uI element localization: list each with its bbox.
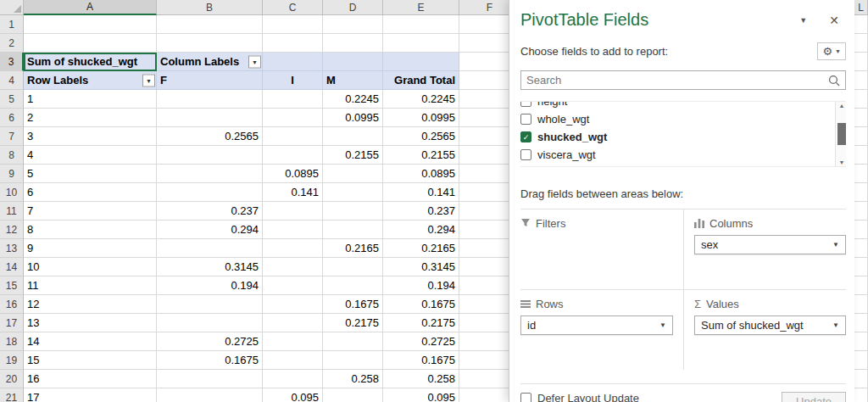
cell[interactable]: [323, 221, 383, 239]
defer-checkbox[interactable]: [520, 393, 531, 402]
cell[interactable]: [323, 332, 383, 351]
cell[interactable]: [24, 15, 157, 34]
close-icon[interactable]: ✕: [829, 14, 839, 27]
cell[interactable]: [157, 15, 263, 34]
cell[interactable]: 0.1675: [383, 351, 459, 370]
cell[interactable]: 0.258: [383, 370, 459, 388]
cell[interactable]: 0.237: [383, 202, 459, 221]
cell[interactable]: 0.1675: [157, 351, 263, 370]
column-labels-filter-button[interactable]: ▼: [248, 55, 261, 68]
cell[interactable]: 12: [24, 295, 157, 314]
cell[interactable]: [263, 239, 323, 258]
cell[interactable]: 0.2565: [383, 127, 459, 146]
cell[interactable]: [854, 146, 868, 165]
cell[interactable]: [157, 165, 263, 183]
cell[interactable]: 10: [24, 258, 157, 276]
cell[interactable]: [157, 183, 263, 202]
cell[interactable]: 2: [24, 109, 157, 127]
update-button[interactable]: Update: [782, 392, 846, 402]
row-header-6[interactable]: 6: [0, 109, 24, 127]
field-checkbox[interactable]: [520, 114, 531, 125]
cell[interactable]: 0.0895: [263, 165, 323, 183]
cell[interactable]: 0.2725: [157, 332, 263, 351]
cell[interactable]: [854, 370, 868, 388]
cell[interactable]: 5: [24, 165, 157, 183]
field-checkbox[interactable]: ✓: [520, 131, 531, 142]
cell[interactable]: Column Labels▼: [157, 53, 263, 71]
field-item-height[interactable]: height: [520, 101, 829, 110]
cell[interactable]: 0.258: [323, 370, 383, 388]
cell[interactable]: [383, 53, 459, 71]
cell[interactable]: 15: [24, 351, 157, 370]
row-header-15[interactable]: 15: [0, 276, 24, 295]
row-header-7[interactable]: 7: [0, 127, 24, 146]
cell[interactable]: [263, 221, 323, 239]
row-header-21[interactable]: 21: [0, 388, 24, 402]
cell[interactable]: [383, 15, 459, 34]
field-item-shucked_wgt[interactable]: ✓shucked_wgt: [520, 128, 829, 146]
field-list-scrollbar[interactable]: ▲ ▼: [835, 102, 846, 166]
cell[interactable]: [263, 276, 323, 295]
search-input[interactable]: [526, 74, 828, 87]
defer-layout-update[interactable]: Defer Layout Update: [520, 392, 639, 402]
rows-field-id[interactable]: id ▼: [520, 315, 673, 335]
cell[interactable]: 0.0895: [383, 165, 459, 183]
cell[interactable]: 0.237: [157, 202, 263, 221]
scroll-up-icon[interactable]: ▲: [839, 103, 845, 109]
cell[interactable]: [854, 351, 868, 370]
cell[interactable]: [157, 146, 263, 165]
cell[interactable]: M: [323, 71, 383, 90]
cell[interactable]: [854, 276, 868, 295]
values-field-sum-of-shucked-wgt[interactable]: Sum of shucked_wgt ▼: [694, 315, 846, 335]
row-header-11[interactable]: 11: [0, 202, 24, 221]
cell[interactable]: 1: [24, 90, 157, 109]
cell[interactable]: 0.2245: [383, 90, 459, 109]
cell[interactable]: [854, 314, 868, 332]
cell[interactable]: [263, 90, 323, 109]
row-header-12[interactable]: 12: [0, 221, 24, 239]
cell[interactable]: 0.2155: [383, 146, 459, 165]
cell[interactable]: 0.1675: [323, 295, 383, 314]
column-header-L[interactable]: L: [854, 0, 868, 15]
cell[interactable]: [323, 351, 383, 370]
search-box[interactable]: [520, 70, 846, 90]
pane-options-icon[interactable]: ▼: [799, 16, 807, 25]
cell[interactable]: 8: [24, 221, 157, 239]
row-header-13[interactable]: 13: [0, 239, 24, 258]
cell[interactable]: [854, 127, 868, 146]
cell[interactable]: [323, 183, 383, 202]
cell[interactable]: [854, 221, 868, 239]
cell[interactable]: [157, 90, 263, 109]
cell[interactable]: 0.2175: [383, 314, 459, 332]
row-header-5[interactable]: 5: [0, 90, 24, 109]
cell[interactable]: [157, 34, 263, 53]
cell[interactable]: 0.141: [263, 183, 323, 202]
cell[interactable]: [263, 370, 323, 388]
cell[interactable]: [323, 388, 383, 402]
cell[interactable]: [383, 34, 459, 53]
column-header-C[interactable]: C: [263, 0, 323, 15]
cell[interactable]: 0.2245: [323, 90, 383, 109]
chevron-down-icon[interactable]: ▼: [832, 241, 839, 248]
cell[interactable]: [854, 71, 868, 90]
cell[interactable]: 0.0995: [383, 109, 459, 127]
cell[interactable]: 0.095: [383, 388, 459, 402]
row-labels-cell[interactable]: Row Labels▼: [24, 71, 157, 90]
cell[interactable]: 0.0995: [323, 109, 383, 127]
cell[interactable]: 0.2165: [323, 239, 383, 258]
cell[interactable]: I: [263, 71, 323, 90]
cell[interactable]: 14: [24, 332, 157, 351]
cell[interactable]: [263, 15, 323, 34]
cell[interactable]: [323, 34, 383, 53]
cell[interactable]: 0.2175: [323, 314, 383, 332]
row-header-19[interactable]: 19: [0, 351, 24, 370]
filters-dropzone[interactable]: [520, 235, 673, 282]
cell[interactable]: [157, 370, 263, 388]
columns-dropzone[interactable]: sex ▼: [694, 235, 846, 282]
cell[interactable]: [854, 165, 868, 183]
cell[interactable]: [263, 332, 323, 351]
cell[interactable]: [323, 202, 383, 221]
cell[interactable]: [854, 183, 868, 202]
column-header-B[interactable]: B: [157, 0, 263, 15]
cell[interactable]: [854, 332, 868, 351]
